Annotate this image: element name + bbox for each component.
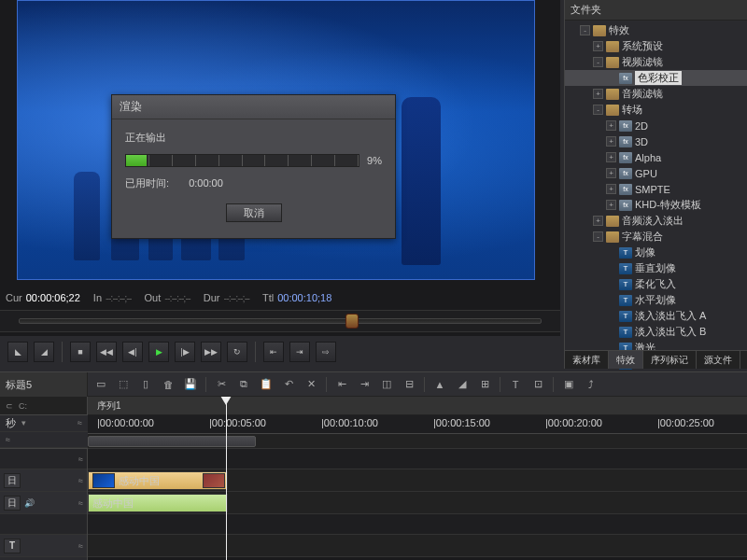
tool-save-icon[interactable]: 💾 (183, 377, 198, 392)
expand-icon[interactable] (606, 73, 616, 83)
timeline-tracks[interactable]: 序列1 |00:00:00:00|00:00:05:00|00:00:10:00… (88, 397, 747, 560)
title-track[interactable] (88, 535, 747, 557)
zoom-handle[interactable] (88, 436, 256, 447)
expand-icon[interactable]: + (606, 200, 616, 210)
tree-item[interactable]: +音频淡入淡出 (565, 213, 747, 229)
audio-clip[interactable]: 感动中国 (88, 494, 228, 512)
tree-item[interactable]: T垂直划像 (565, 260, 747, 276)
panel-tab[interactable]: 素材库 (565, 351, 609, 369)
tool-scissors-icon[interactable]: ✂ (214, 377, 229, 392)
audio-track[interactable]: 感动中国 (88, 492, 747, 514)
tree-item[interactable]: T淡入淡出飞入 A (565, 308, 747, 324)
tool-group-icon[interactable]: ⊞ (477, 377, 492, 392)
expand-icon[interactable] (606, 327, 616, 337)
tc-out[interactable]: --:--:--;-- (164, 292, 190, 303)
playhead[interactable] (226, 397, 227, 560)
tool-ripple-left-icon[interactable]: ⇤ (334, 377, 349, 392)
unit-label[interactable]: 秒 (6, 416, 16, 430)
panel-tab[interactable]: 特效 (609, 351, 643, 369)
sequence-tab[interactable]: 序列1 (88, 397, 747, 415)
tool-trash-icon[interactable]: 🗑 (161, 377, 176, 392)
speaker-icon[interactable]: 🔊 (24, 498, 35, 508)
rewind-button[interactable]: ◀◀ (96, 342, 117, 362)
cancel-button[interactable]: 取消 (226, 203, 282, 222)
timeline-title-tab[interactable]: 标题5 (6, 378, 32, 392)
tool-fade-icon[interactable]: ◢ (455, 377, 470, 392)
wave-icon[interactable]: ≈ (78, 418, 82, 427)
tree-item[interactable]: -转场 (565, 102, 747, 118)
tool-export-icon[interactable]: ⤴ (584, 377, 599, 392)
tc-in[interactable]: --:--:--;-- (106, 292, 131, 303)
mark-in-button[interactable]: ◣ (7, 342, 28, 362)
tree-item[interactable]: +音频滤镜 (565, 86, 747, 102)
tool-render-icon[interactable]: ▣ (561, 377, 576, 392)
scrub-bar[interactable] (0, 310, 560, 332)
expand-icon[interactable] (606, 263, 616, 273)
tool-copy-icon[interactable]: ⧉ (236, 377, 251, 392)
tree-item[interactable]: +系统预设 (565, 38, 747, 54)
fast-fwd-button[interactable]: ▶▶ (201, 342, 221, 362)
tree-item[interactable]: +fx3D (565, 133, 747, 149)
tree-item[interactable]: T划像 (565, 245, 747, 260)
tool-paste-icon[interactable]: 📋 (259, 377, 274, 392)
tool-titlesafe-icon[interactable]: ⊡ (530, 377, 545, 392)
scrub-handle[interactable] (345, 314, 359, 329)
tool-cut-icon[interactable]: ▯ (138, 377, 153, 392)
expand-icon[interactable]: + (606, 152, 616, 162)
effects-tree[interactable]: -特效+系统预设-视频滤镜fx色彩校正+音频滤镜-转场+fx2D+fx3D+fx… (565, 21, 747, 373)
tree-item[interactable]: T水平划像 (565, 292, 747, 308)
expand-icon[interactable]: - (593, 105, 603, 115)
play-button[interactable]: ▶ (148, 342, 169, 362)
track-wave-icon[interactable]: ≈ (78, 455, 83, 464)
expand-icon[interactable]: + (593, 89, 603, 99)
video-track-header[interactable]: 日 ≈ (0, 469, 87, 492)
step-fwd-button[interactable]: |▶ (175, 342, 195, 362)
zoom-indicator[interactable]: ≈ (6, 435, 10, 444)
tool-ripple-right-icon[interactable]: ⇥ (357, 377, 372, 392)
prev-edit-button[interactable]: ⇤ (263, 342, 284, 362)
tree-item[interactable]: -特效 (565, 22, 747, 38)
tc-dur[interactable]: --:--:--;-- (223, 292, 248, 303)
goto-button[interactable]: ⇨ (316, 342, 336, 362)
expand-icon[interactable] (606, 295, 616, 305)
tool-pointer-icon[interactable]: ▭ (93, 377, 108, 392)
timeline-zoom[interactable] (88, 434, 747, 449)
tree-item[interactable]: -字幕混合 (565, 229, 747, 245)
video-clip[interactable]: 感动中国 (88, 471, 228, 490)
tree-item[interactable]: -视频滤镜 (565, 54, 747, 70)
tree-item[interactable]: +fxSMPTE (565, 181, 747, 197)
tool-delete-icon[interactable]: ✕ (303, 377, 318, 392)
magnet-icon[interactable]: C: (19, 401, 27, 411)
timeline-ruler[interactable]: |00:00:00:00|00:00:05:00|00:00:10:00|00:… (88, 415, 747, 434)
snap-icon[interactable]: ⊂ (6, 401, 13, 411)
tree-item[interactable]: fx色彩校正 (565, 70, 747, 86)
tree-item[interactable]: +fxAlpha (565, 149, 747, 165)
audio-track-header[interactable]: 日 🔊 ≈ (0, 492, 87, 514)
title-track-header[interactable]: T ≈ (0, 535, 87, 557)
tree-item[interactable]: T柔化飞入 (565, 276, 747, 292)
panel-tab[interactable]: 源文件 (697, 351, 740, 369)
tc-total[interactable]: 00:00:10;18 (277, 292, 331, 303)
stop-button[interactable]: ■ (70, 342, 91, 362)
tree-item[interactable]: T淡入淡出飞入 B (565, 324, 747, 340)
tool-split-icon[interactable]: ◫ (379, 377, 394, 392)
expand-icon[interactable]: + (606, 136, 616, 147)
tree-item[interactable]: +fxKHD-特效模板 (565, 197, 747, 213)
preview-monitor[interactable]: 渲染 正在输出 9% 已用时间: 0:00:00 取消 (17, 0, 535, 280)
tc-current[interactable]: 00:00:06;22 (26, 292, 80, 303)
mark-out-button[interactable]: ◢ (34, 342, 54, 362)
step-back-button[interactable]: ◀| (122, 342, 143, 362)
expand-icon[interactable]: + (606, 184, 616, 194)
expand-icon[interactable] (606, 247, 616, 258)
tool-link-icon[interactable]: ⊟ (402, 377, 416, 392)
expand-icon[interactable]: + (593, 41, 603, 51)
tool-undo-icon[interactable]: ↶ (281, 377, 296, 392)
tree-item[interactable]: +fxGPU (565, 165, 747, 181)
video-track[interactable]: 感动中国 (88, 469, 747, 492)
tool-select-icon[interactable]: ⬚ (116, 377, 131, 392)
expand-icon[interactable]: - (580, 25, 590, 35)
tree-item[interactable]: +fx2D (565, 118, 747, 133)
loop-button[interactable]: ↻ (227, 342, 247, 362)
expand-icon[interactable]: + (606, 120, 616, 131)
expand-icon[interactable]: - (593, 231, 603, 242)
